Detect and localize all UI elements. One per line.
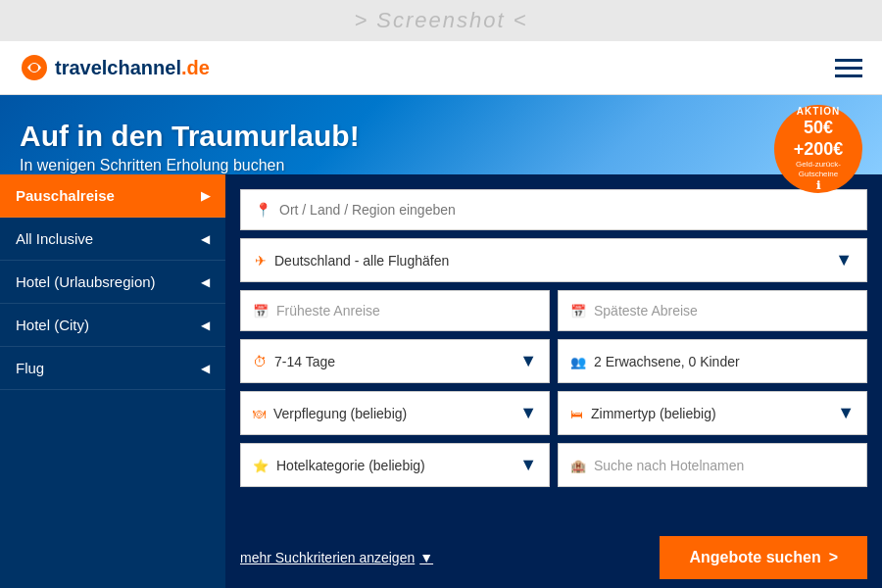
people-icon xyxy=(570,353,586,370)
logo-area: travelchannel.de xyxy=(20,53,210,82)
sidebar-label-all-inclusive: All Inclusive xyxy=(16,230,93,247)
departure-chevron-icon: ▼ xyxy=(835,250,853,270)
location-icon xyxy=(255,201,271,219)
hotel-name-field[interactable]: Suche nach Hotelnamen xyxy=(558,443,867,487)
hero-section: Auf in den Traumurlaub! In wenigen Schri… xyxy=(0,95,882,174)
search-panel: Deutschland - alle Flughäfen ▼ Früheste … xyxy=(225,174,882,524)
header: travelchannel.de xyxy=(0,41,882,95)
sidebar-arrow-3: ◀ xyxy=(201,318,210,332)
duration-select[interactable]: 7-14 Tage ▼ xyxy=(240,339,550,383)
room-chevron-icon: ▼ xyxy=(837,403,855,423)
hotel-name-icon xyxy=(570,457,586,474)
promo-badge[interactable]: AKTION 50€ +200€ Geld-zurück-Gutscheine … xyxy=(774,105,862,193)
sidebar-arrow-1: ◀ xyxy=(201,232,210,246)
more-criteria-arrow-icon: ▼ xyxy=(419,550,433,565)
promo-amount2: +200€ xyxy=(794,139,844,161)
travelers-value: 2 Erwachsene, 0 Kinder xyxy=(594,354,740,369)
more-criteria-text: mehr Suchkriterien anzeigen xyxy=(240,550,415,565)
hotel-category-chevron-icon: ▼ xyxy=(519,455,537,475)
logo-text: travelchannel.de xyxy=(55,57,210,79)
hero-title: Auf in den Traumurlaub! xyxy=(20,120,862,153)
sidebar-arrow-2: ◀ xyxy=(201,275,210,289)
travelers-field[interactable]: 2 Erwachsene, 0 Kinder xyxy=(558,339,867,383)
catering-chevron-icon: ▼ xyxy=(519,403,537,423)
duration-chevron-icon: ▼ xyxy=(519,351,537,371)
logo-icon xyxy=(20,53,49,82)
hotel-name-placeholder: Suche nach Hotelnamen xyxy=(594,458,744,473)
location-row xyxy=(240,189,867,230)
sidebar-arrow-0: ▶ xyxy=(201,189,210,203)
hamburger-line-3 xyxy=(835,74,862,77)
hotel-category-value: Hotelkategorie (beliebig) xyxy=(276,458,425,473)
sidebar-label-hotel-urlaubsregion: Hotel (Urlaubsregion) xyxy=(16,273,156,290)
sidebar-label-flug: Flug xyxy=(16,360,44,376)
hotel-row: Hotelkategorie (beliebig) ▼ Suche nach H… xyxy=(240,443,867,487)
latest-departure-field[interactable]: Späteste Abreise xyxy=(558,290,867,331)
duration-value: 7-14 Tage xyxy=(274,354,335,369)
sidebar-arrow-4: ◀ xyxy=(201,362,210,375)
departure-select[interactable]: Deutschland - alle Flughäfen ▼ xyxy=(240,238,867,282)
departure-value: Deutschland - alle Flughäfen xyxy=(274,253,449,269)
clock-icon xyxy=(253,353,267,370)
sidebar-item-pauschalreise[interactable]: Pauschalreise ▶ xyxy=(0,174,225,218)
search-footer: mehr Suchkriterien anzeigen ▼ Angebote s… xyxy=(225,524,882,588)
latest-departure-label: Späteste Abreise xyxy=(594,303,698,318)
sidebar-item-all-inclusive[interactable]: All Inclusive ◀ xyxy=(0,218,225,261)
search-button-arrow-icon: > xyxy=(829,549,838,566)
bed-icon xyxy=(570,405,583,422)
departure-select-left: Deutschland - alle Flughäfen xyxy=(255,252,449,270)
star-icon xyxy=(253,457,269,474)
room-value: Zimmertyp (beliebig) xyxy=(591,406,716,421)
room-select[interactable]: Zimmertyp (beliebig) ▼ xyxy=(558,391,867,435)
date-row: Früheste Anreise Späteste Abreise xyxy=(240,290,867,331)
watermark-text: > Screenshot < xyxy=(354,8,527,32)
calendar-arrival-icon xyxy=(253,302,269,319)
promo-description: Geld-zurück-Gutscheine xyxy=(779,160,858,178)
duration-select-left: 7-14 Tage xyxy=(253,353,335,370)
sidebar-label-hotel-city: Hotel (City) xyxy=(16,317,89,333)
departure-row: Deutschland - alle Flughäfen ▼ xyxy=(240,238,867,282)
catering-value: Verpflegung (beliebig) xyxy=(273,406,407,421)
location-input-wrapper[interactable] xyxy=(240,189,867,230)
room-select-left: Zimmertyp (beliebig) xyxy=(570,405,716,422)
hotel-category-select[interactable]: Hotelkategorie (beliebig) ▼ xyxy=(240,443,550,487)
hero-subtitle: In wenigen Schritten Erholung buchen xyxy=(20,157,862,174)
search-button-label: Angebote suchen xyxy=(689,549,820,566)
svg-point-1 xyxy=(30,64,38,72)
promo-aktion: AKTION xyxy=(797,106,840,118)
search-button[interactable]: Angebote suchen > xyxy=(660,536,867,579)
sidebar-item-hotel-city[interactable]: Hotel (City) ◀ xyxy=(0,304,225,347)
sidebar-label-pauschalreise: Pauschalreise xyxy=(16,187,115,204)
hamburger-line-1 xyxy=(835,59,862,62)
hamburger-line-2 xyxy=(835,67,862,70)
earliest-arrival-field[interactable]: Früheste Anreise xyxy=(240,290,550,331)
watermark-bar: > Screenshot < xyxy=(0,0,882,41)
more-criteria-link[interactable]: mehr Suchkriterien anzeigen ▼ xyxy=(240,550,433,565)
duration-travelers-row: 7-14 Tage ▼ 2 Erwachsene, 0 Kinder xyxy=(240,339,867,383)
plane-icon xyxy=(255,252,267,270)
catering-room-row: Verpflegung (beliebig) ▼ Zimmertyp (beli… xyxy=(240,391,867,435)
hamburger-menu-button[interactable] xyxy=(835,59,862,77)
sidebar-item-flug[interactable]: Flug ◀ xyxy=(0,347,225,390)
catering-select-left: Verpflegung (beliebig) xyxy=(253,405,407,422)
earliest-arrival-label: Früheste Anreise xyxy=(276,303,380,318)
hotel-category-left: Hotelkategorie (beliebig) xyxy=(253,457,425,474)
catering-select[interactable]: Verpflegung (beliebig) ▼ xyxy=(240,391,550,435)
sidebar: Pauschalreise ▶ All Inclusive ◀ Hotel (U… xyxy=(0,174,225,588)
cutlery-icon xyxy=(253,405,266,422)
location-input[interactable] xyxy=(279,202,853,218)
search-panel-wrapper: Deutschland - alle Flughäfen ▼ Früheste … xyxy=(225,174,882,588)
promo-amount1: 50€ xyxy=(804,118,833,139)
sidebar-item-hotel-urlaubsregion[interactable]: Hotel (Urlaubsregion) ◀ xyxy=(0,261,225,304)
main-content: Pauschalreise ▶ All Inclusive ◀ Hotel (U… xyxy=(0,174,882,588)
calendar-departure-icon xyxy=(570,302,586,319)
promo-info-icon: ℹ xyxy=(816,179,820,192)
